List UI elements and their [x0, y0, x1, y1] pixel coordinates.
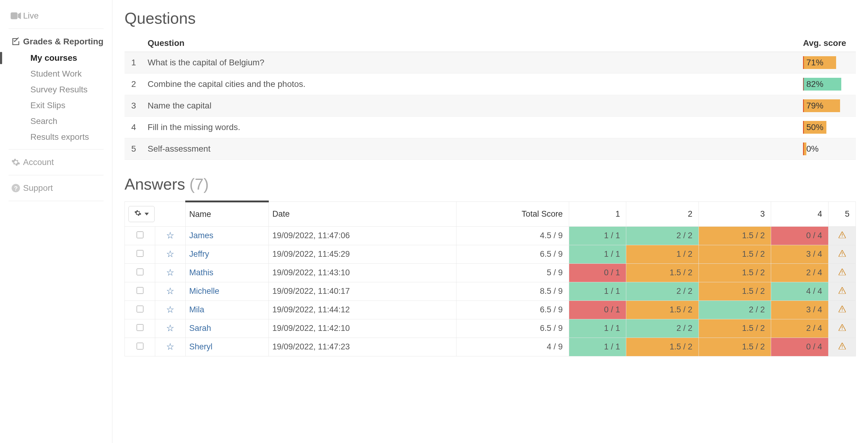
sidebar-sub-search[interactable]: Search	[8, 113, 103, 129]
star-icon[interactable]: ☆	[166, 287, 174, 296]
sidebar-item-account[interactable]: Account	[8, 154, 103, 171]
svg-rect-4	[842, 236, 842, 237]
col-q2[interactable]: 2	[626, 202, 699, 226]
answer-cell-warning[interactable]	[829, 245, 856, 263]
answer-cell-warning[interactable]	[829, 263, 856, 282]
col-name[interactable]: Name	[186, 202, 269, 226]
col-q4[interactable]: 4	[771, 202, 829, 226]
answer-cell-q1[interactable]: 0 / 1	[569, 300, 626, 319]
submission-date: 19/09/2022, 11:47:06	[269, 226, 456, 245]
answer-cell-q3[interactable]: 1.5 / 2	[699, 337, 771, 356]
student-link[interactable]: Michelle	[189, 287, 219, 296]
submission-date: 19/09/2022, 11:44:12	[269, 300, 456, 319]
question-row[interactable]: 1What is the capital of Belgium?71%	[125, 52, 856, 73]
sidebar-sub-my-courses[interactable]: My courses	[8, 50, 103, 66]
student-name: Sheryl	[186, 337, 269, 356]
sidebar-sub-exit-slips[interactable]: Exit Slips	[8, 97, 103, 113]
col-q1[interactable]: 1	[569, 202, 626, 226]
sidebar-item-live[interactable]: Live	[8, 7, 103, 24]
bulk-actions-button[interactable]	[128, 206, 155, 222]
answer-cell-q2[interactable]: 2 / 2	[626, 319, 699, 337]
sidebar: Live Grades & Reporting My coursesStuden…	[0, 0, 112, 443]
student-link[interactable]: James	[189, 231, 214, 240]
sidebar-item-grades[interactable]: Grades & Reporting	[0, 33, 103, 50]
question-row[interactable]: 5Self-assessment0%	[125, 138, 856, 160]
answer-cell-q4[interactable]: 2 / 4	[771, 263, 829, 282]
answer-cell-q3[interactable]: 1.5 / 2	[699, 245, 771, 263]
student-link[interactable]: Sarah	[189, 324, 211, 333]
answer-cell-q3[interactable]: 1.5 / 2	[699, 226, 771, 245]
answer-cell-q4[interactable]: 3 / 4	[771, 245, 829, 263]
answer-cell-q4[interactable]: 3 / 4	[771, 300, 829, 319]
svg-rect-16	[842, 348, 842, 348]
row-checkbox[interactable]	[137, 306, 143, 312]
warning-icon	[839, 343, 846, 349]
row-checkbox[interactable]	[137, 250, 143, 257]
col-total[interactable]: Total Score	[456, 202, 569, 226]
total-score: 4 / 9	[456, 337, 569, 356]
star-icon[interactable]: ☆	[166, 231, 174, 240]
sidebar-item-support[interactable]: ? Support	[8, 180, 103, 197]
answer-cell-q3[interactable]: 2 / 2	[699, 300, 771, 319]
question-row[interactable]: 2Combine the capital cities and the phot…	[125, 73, 856, 95]
row-star-cell: ☆	[155, 245, 186, 263]
answer-cell-q2[interactable]: 2 / 2	[626, 282, 699, 300]
answer-cell-q2[interactable]: 2 / 2	[626, 226, 699, 245]
star-icon[interactable]: ☆	[166, 268, 174, 277]
gear-icon	[8, 158, 23, 167]
question-text: Fill in the missing words.	[143, 117, 798, 138]
sidebar-sub-survey-results[interactable]: Survey Results	[8, 82, 103, 97]
answer-cell-q1[interactable]: 1 / 1	[569, 337, 626, 356]
star-icon[interactable]: ☆	[166, 305, 174, 314]
question-row[interactable]: 4Fill in the missing words.50%	[125, 117, 856, 138]
answer-cell-q4[interactable]: 0 / 4	[771, 337, 829, 356]
answer-cell-q1[interactable]: 1 / 1	[569, 226, 626, 245]
answer-cell-warning[interactable]	[829, 319, 856, 337]
answer-cell-q4[interactable]: 4 / 4	[771, 282, 829, 300]
answer-cell-q2[interactable]: 1.5 / 2	[626, 300, 699, 319]
student-link[interactable]: Sheryl	[189, 342, 213, 351]
video-icon	[8, 12, 23, 20]
main-content: Questions Question Avg. score 1What is t…	[112, 0, 868, 443]
submission-date: 19/09/2022, 11:40:17	[269, 282, 456, 300]
answer-cell-warning[interactable]	[829, 337, 856, 356]
answer-cell-q3[interactable]: 1.5 / 2	[699, 263, 771, 282]
star-icon[interactable]: ☆	[166, 249, 174, 259]
answer-row: ☆Sarah19/09/2022, 11:42:106.5 / 91 / 12 …	[125, 319, 856, 337]
svg-rect-0	[11, 12, 18, 20]
answer-cell-warning[interactable]	[829, 300, 856, 319]
answer-cell-q4[interactable]: 0 / 4	[771, 226, 829, 245]
star-icon[interactable]: ☆	[166, 324, 174, 333]
student-link[interactable]: Mila	[189, 305, 205, 314]
row-checkbox[interactable]	[137, 343, 143, 349]
answer-cell-q1[interactable]: 1 / 1	[569, 282, 626, 300]
answer-cell-q1[interactable]: 1 / 1	[569, 319, 626, 337]
answer-cell-q4[interactable]: 2 / 4	[771, 319, 829, 337]
student-name: Mathis	[186, 263, 269, 282]
row-checkbox-cell	[125, 337, 155, 356]
sidebar-sub-student-work[interactable]: Student Work	[8, 66, 103, 82]
row-checkbox[interactable]	[137, 269, 143, 275]
answer-cell-q2[interactable]: 1.5 / 2	[626, 337, 699, 356]
answer-cell-q3[interactable]: 1.5 / 2	[699, 282, 771, 300]
student-link[interactable]: Jeffry	[189, 249, 209, 259]
answer-cell-q2[interactable]: 1.5 / 2	[626, 263, 699, 282]
sidebar-sub-results-exports[interactable]: Results exports	[8, 129, 103, 145]
col-q3[interactable]: 3	[699, 202, 771, 226]
student-link[interactable]: Mathis	[189, 268, 214, 277]
answer-cell-q1[interactable]: 0 / 1	[569, 263, 626, 282]
star-icon[interactable]: ☆	[166, 342, 174, 351]
questions-heading: Questions	[125, 9, 856, 27]
answer-cell-q2[interactable]: 1 / 2	[626, 245, 699, 263]
question-row[interactable]: 3Name the capital79%	[125, 95, 856, 117]
answer-cell-warning[interactable]	[829, 226, 856, 245]
row-checkbox[interactable]	[137, 287, 143, 294]
col-date[interactable]: Date	[269, 202, 456, 226]
row-checkbox[interactable]	[137, 324, 143, 331]
svg-rect-9	[842, 289, 842, 291]
answer-cell-warning[interactable]	[829, 282, 856, 300]
row-checkbox[interactable]	[137, 232, 143, 238]
col-q5[interactable]: 5	[829, 202, 856, 226]
answer-cell-q3[interactable]: 1.5 / 2	[699, 319, 771, 337]
answer-cell-q1[interactable]: 1 / 1	[569, 245, 626, 263]
